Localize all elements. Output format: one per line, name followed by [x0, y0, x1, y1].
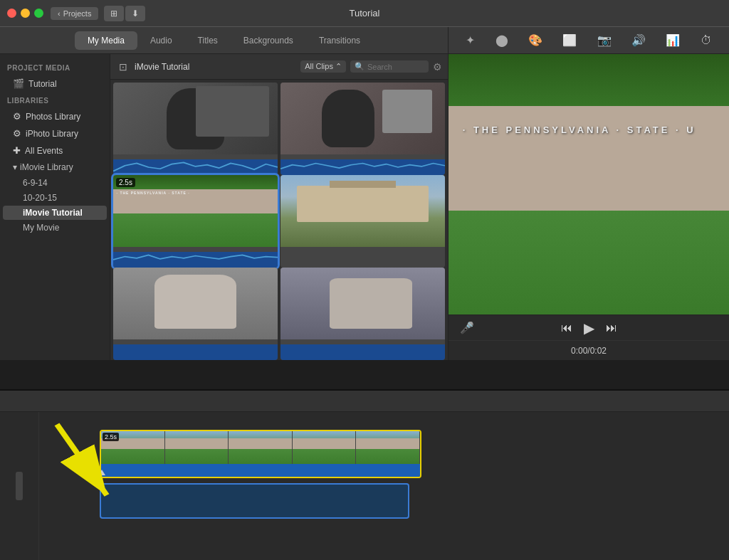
sidebar-item-6914[interactable]: 6-9-14	[3, 176, 107, 190]
media-thumb-6[interactable]	[280, 268, 445, 360]
sidebar-imovielibrary[interactable]: ▾ iMovie Library	[3, 159, 107, 175]
layout-toggle-button[interactable]: ⊡	[116, 60, 130, 74]
timeline-left-panel	[0, 412, 39, 560]
waveform-5	[113, 344, 278, 360]
tab-backgrounds[interactable]: Backgrounds	[231, 31, 306, 50]
svg-rect-0	[113, 159, 278, 175]
svg-rect-2	[113, 252, 278, 268]
prev-button[interactable]: ⏮	[561, 322, 572, 334]
media-grid: · THE PENNSYLVANIA · STATE · 2.5s	[110, 80, 448, 360]
titlebar: ‹ Projects ⊞ ⬇ Tutorial	[0, 0, 729, 27]
clip-frame-3	[229, 431, 293, 467]
color-icon[interactable]: ⬤	[495, 33, 508, 47]
preview-controls: 🎤 ⏮ ▶ ⏭	[449, 315, 729, 340]
clips-label: All Clips	[305, 62, 333, 70]
chevron-down-icon: ⌃	[335, 62, 342, 70]
preview-panel: · THE PENNSYLVANIA · STATE · U 🎤 ⏮ ▶ ⏭ 0…	[449, 54, 729, 360]
timeline-area: 2.5s	[0, 389, 729, 560]
media-thumb-3[interactable]: · THE PENNSYLVANIA · STATE · 2.5s	[113, 175, 278, 268]
film-icon: 🎬	[13, 78, 24, 89]
media-browser: ⊡ iMovie Tutorial All Clips ⌃ 🔍 ⚙	[110, 54, 449, 360]
search-icon: 🔍	[355, 62, 364, 71]
timeline-handle[interactable]	[16, 472, 23, 500]
sidebar-item-102015[interactable]: 10-20-15	[3, 191, 107, 205]
main-toolbar: My Media Audio Titles Backgrounds Transi…	[0, 27, 729, 54]
iphoto-icon: ⚙	[13, 128, 21, 139]
search-box: 🔍	[350, 60, 429, 73]
tab-transitions[interactable]: Transitions	[306, 31, 373, 50]
tab-my-media[interactable]: My Media	[75, 31, 137, 50]
chart-icon[interactable]: 📊	[666, 33, 680, 47]
audio-track[interactable]	[100, 483, 409, 519]
minimize-button[interactable]	[21, 9, 30, 18]
media-thumb-5[interactable]	[113, 268, 278, 360]
sidebar-item-mymovie[interactable]: My Movie	[3, 221, 107, 235]
search-input[interactable]	[367, 63, 424, 71]
play-button[interactable]: ▶	[584, 319, 594, 337]
clip-audio-bar	[101, 464, 420, 477]
settings-icon[interactable]: ⚙	[433, 61, 442, 73]
media-title: iMovie Tutorial	[135, 62, 296, 72]
svg-rect-1	[280, 159, 445, 175]
sidebar-item-tutorial[interactable]: 🎬 Tutorial	[3, 75, 107, 92]
media-thumb-1[interactable]	[113, 83, 278, 175]
triangle-icon: ▾	[13, 162, 17, 172]
thumb-3-duration: 2.5s	[116, 178, 135, 187]
total-time: 0:02	[590, 346, 607, 356]
window-title: Tutorial	[350, 8, 380, 19]
close-button[interactable]	[7, 9, 16, 18]
sidebar-photos-label: Photos Library	[26, 112, 80, 122]
sidebar-item-photos[interactable]: ⚙ Photos Library	[3, 108, 107, 125]
sidebar-allevents-label: All Events	[25, 146, 63, 156]
photos-icon: ⚙	[13, 111, 21, 122]
speedometer-icon[interactable]: ⏱	[701, 34, 712, 47]
grid-view-button[interactable]: ⊞	[104, 6, 124, 21]
preview-timecode: 0:00 / 0:02	[449, 340, 729, 360]
sidebar-iphoto-label: iPhoto Library	[26, 129, 78, 139]
clips-selector[interactable]: All Clips ⌃	[300, 60, 346, 73]
download-button[interactable]: ⬇	[125, 6, 145, 21]
sidebar-item-iphoto[interactable]: ⚙ iPhoto Library	[3, 125, 107, 142]
timeline-toolbar	[0, 391, 729, 412]
chevron-left-icon: ‹	[58, 9, 61, 18]
media-thumb-2[interactable]	[280, 83, 445, 175]
svg-rect-4	[280, 344, 445, 360]
waveform-1	[113, 159, 278, 175]
clip-frame-5	[356, 431, 420, 467]
preview-video: · THE PENNSYLVANIA · STATE · U	[449, 54, 729, 315]
right-toolbar: ✦ ⬤ 🎨 ⬜ 📷 🔊 📊 ⏱	[449, 33, 729, 47]
project-section-label: PROJECT MEDIA	[0, 60, 110, 75]
maximize-button[interactable]	[34, 9, 43, 18]
mic-button[interactable]: 🎤	[460, 321, 474, 334]
media-thumb-4[interactable]	[280, 175, 445, 268]
waveform-3	[113, 252, 278, 268]
left-toolbar: My Media Audio Titles Backgrounds Transi…	[0, 27, 449, 53]
clip-frame-4	[293, 431, 357, 467]
middle-section: PROJECT MEDIA 🎬 Tutorial LIBRARIES ⚙ Pho…	[0, 54, 729, 360]
clip-duration-badge: 2.5s	[103, 433, 119, 441]
magic-wand-icon[interactable]: ✦	[466, 33, 475, 47]
tab-titles[interactable]: Titles	[185, 31, 231, 50]
crop-icon[interactable]: ⬜	[562, 33, 577, 47]
clip-frame-2	[165, 431, 229, 467]
sidebar-item-allevents[interactable]: ✚ All Events	[3, 142, 107, 159]
sidebar-imovielibrary-label: iMovie Library	[20, 162, 73, 172]
waveform-2	[280, 159, 445, 175]
camera-icon[interactable]: 📷	[597, 33, 612, 47]
sidebar-item-imovietutorial[interactable]: iMovie Tutorial	[3, 206, 107, 220]
timeline-content: 2.5s	[0, 412, 729, 560]
allevents-icon: ✚	[13, 145, 21, 156]
svg-rect-3	[113, 344, 278, 360]
palette-icon[interactable]: 🎨	[528, 33, 542, 47]
audio-icon[interactable]: 🔊	[631, 33, 646, 47]
tab-audio[interactable]: Audio	[137, 31, 185, 50]
timeline-clip-container: 2.5s	[100, 430, 421, 478]
back-label: Projects	[63, 9, 92, 18]
traffic-lights	[7, 9, 43, 18]
nav-buttons: ⊞ ⬇	[104, 6, 145, 21]
back-button[interactable]: ‹ Projects	[51, 7, 98, 20]
sidebar-tutorial-label: Tutorial	[28, 79, 57, 89]
sidebar: PROJECT MEDIA 🎬 Tutorial LIBRARIES ⚙ Pho…	[0, 54, 110, 360]
timeline-clip[interactable]: 2.5s	[100, 430, 421, 478]
next-button[interactable]: ⏭	[606, 322, 617, 334]
